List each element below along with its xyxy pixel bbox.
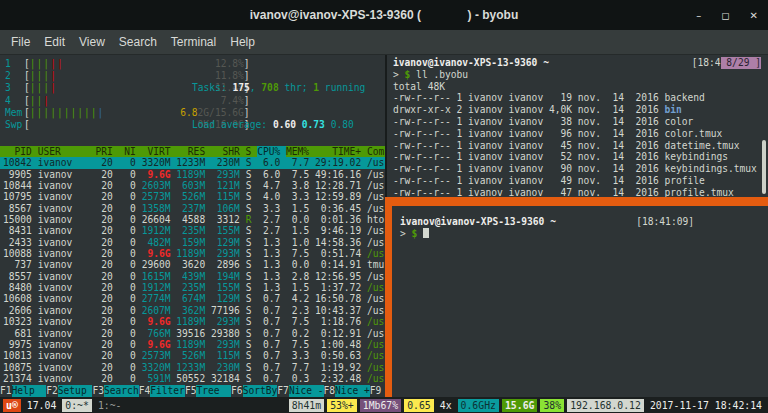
fkey-f1[interactable]: F1 [0,385,12,397]
window-controls: – ◻ ✕ [696,0,758,30]
fkey-label[interactable]: SortBy [243,385,278,397]
process-row[interactable]: 9905 ivanov 20 0 9.6G 1189M 293M S 6.0 7… [0,169,385,180]
total-line: total 48K [393,81,768,93]
htop-pane[interactable]: 1[|||||12.8%]2[||||11.8%]3[||||11.4%]4[|… [0,55,385,397]
file-row: -rw-r--r-- 1 ivanov ivanov 96 nov. 14 20… [393,128,768,140]
load-average-line: Load average: 0.60 0.73 0.80 [192,119,365,131]
process-row[interactable]: 21374 ivanov 20 0 591M 50552 32184 S 0.7… [0,373,385,384]
fkey-label[interactable]: Search [104,385,139,397]
menu-search[interactable]: Search [112,35,164,49]
status-segment: 17.04 [24,399,60,412]
htop-table-header[interactable]: PID USER PRI NI VIRT RES SHR S CPU% MEM%… [0,146,385,157]
htop-function-keys: F1Help F2Setup F3SearchF4FilterF5Tree F6… [0,385,385,397]
sort-column-cpu: CPU% [257,146,286,157]
prompt-host: ivanov@ivanov-XPS-13-9360 ~ [393,57,549,69]
menu-view[interactable]: View [72,35,112,49]
shell-pane-top[interactable]: ivanov@ivanov-XPS-13-9360 ~ [18:4 8/29 ]… [385,55,768,197]
text-cursor [423,228,429,238]
status-segment: 15.6G [502,399,538,412]
process-row[interactable]: 10088 ivanov 20 0 9.6G 1189M 293M S 1.3 … [0,248,385,259]
terminal-area: 1[|||||12.8%]2[||||11.8%]3[||||11.4%]4[|… [0,55,768,397]
process-row[interactable]: 681 ivanov 20 0 766M 39516 29380 S 0.7 0… [0,328,385,339]
fkey-f7[interactable]: F7 [277,385,289,397]
status-segment: 38% [540,399,564,412]
status-segment: 2017-11-17 18:42:14 [647,399,765,412]
prompt-time: [18:41:09] [636,216,694,228]
status-segment: 0.6GHz [458,399,499,412]
file-row: -rw-r--r-- 1 ivanov ivanov 47 nov. 14 20… [393,187,768,197]
process-row[interactable]: 2433 ivanov 20 0 482M 159M 129M S 1.3 1.… [0,237,385,248]
fkey-f5[interactable]: F5 [185,385,197,397]
file-row: -rw-r--r-- 1 ivanov ivanov 38 nov. 14 20… [393,116,768,128]
process-row[interactable]: 737 ivanov 20 0 29600 3620 2896 S 1.3 0.… [0,259,385,270]
fkey-label[interactable]: Help [12,385,47,397]
minimize-icon[interactable]: – [696,10,701,21]
process-row[interactable]: 10875 ivanov 20 0 3320M 1233M 230M S 0.7… [0,362,385,373]
status-right-segments: 8h41m53%+1Mb67%0.654x0.6GHz15.6G38%192.1… [289,399,765,412]
status-segment: 1Mb67% [360,399,401,412]
menu-edit[interactable]: Edit [37,35,72,49]
process-row[interactable]: 9975 ivanov 20 0 9.6G 1189M 293M S 0.7 7… [0,339,385,350]
status-segment: 0:~* [62,399,92,412]
process-row[interactable]: 10813 ivanov 20 0 2573M 526M 115M S 0.7 … [0,350,385,361]
process-row[interactable]: 8480 ivanov 20 0 1912M 235M 155M S 1.3 1… [0,282,385,293]
process-row[interactable]: 8567 ivanov 20 0 1358M 237M 106M S 3.3 1… [0,203,385,214]
prompt-header-bottom: ivanov@ivanov-XPS-13-9360 ~ [18:41:09] [400,216,730,228]
fkey-f4[interactable]: F4 [139,385,151,397]
htop-process-rows: 10842 ivanov 20 0 3320M 1233M 230M S 6.0… [0,157,385,384]
status-segment: u® [3,399,21,412]
menu-file[interactable]: File [4,35,37,49]
command-line: > $ ll .byobu [393,69,768,81]
fkey-f6[interactable]: F6 [231,385,243,397]
fkey-label[interactable]: Nice + [335,385,370,397]
menu-help[interactable]: Help [223,35,262,49]
process-row[interactable]: 8431 ivanov 20 0 1912M 235M 155M S 2.7 1… [0,225,385,236]
pane-indicator-badge: 8/29 ] [721,57,761,69]
fkey-label[interactable]: Filter [150,385,185,397]
file-row: -rw-r--r-- 1 ivanov ivanov 90 nov. 14 20… [393,163,768,175]
file-row: drwxr-xr-x 2 ivanov ivanov 4,0K nov. 14 … [393,104,768,116]
fkey-label[interactable]: Tree [196,385,231,397]
byobu-status-bar: u®17.040:~*1:~- 8h41m53%+1Mb67%0.654x0.6… [0,397,768,413]
close-icon[interactable]: ✕ [750,10,758,21]
terminal-window: ivanov@ivanov-XPS-13-9360 ( ) - byobu – … [0,0,768,413]
status-segment: 4x [437,399,455,412]
file-row: -rw-r--r-- 1 ivanov ivanov 52 nov. 14 20… [393,151,768,163]
fkey-label[interactable]: Setup [58,385,93,397]
shell-prompt[interactable]: > $ [400,228,768,240]
process-row[interactable]: 10323 ivanov 20 0 9.6G 1189M 293M S 0.7 … [0,316,385,327]
process-row[interactable]: 10844 ivanov 20 0 2603M 603M 121M S 4.7 … [0,180,385,191]
prompt-header-top: ivanov@ivanov-XPS-13-9360 ~ [18:4 8/29 ] [393,57,761,69]
titlebar: ivanov@ivanov-XPS-13-9360 ( ) - byobu – … [0,0,768,30]
menu-terminal[interactable]: Terminal [164,35,223,49]
window-title: ivanov@ivanov-XPS-13-9360 ( ) - byobu [250,8,518,22]
tasks-line: Tasks: 175, 708 thr; 1 running [192,82,365,94]
status-left-segments: u®17.040:~*1:~- [3,399,124,412]
status-segment: 1:~- [95,399,125,412]
process-row[interactable]: 10608 ivanov 20 0 2774M 674M 129M S 0.7 … [0,293,385,304]
shell-pane-bottom-active[interactable]: ivanov@ivanov-XPS-13-9360 ~ [18:41:09] >… [385,197,768,397]
file-listing: -rw-r--r-- 1 ivanov ivanov 19 nov. 14 20… [393,92,768,197]
fkey-label[interactable]: Nice - [289,385,324,397]
process-row[interactable]: 15000 ivanov 20 0 26604 4588 3312 R 2.7 … [0,214,385,225]
status-segment: 53%+ [327,399,357,412]
prompt-time-partial: [18:4 [692,57,721,69]
process-row[interactable]: 10842 ivanov 20 0 3320M 1233M 230M S 6.0… [0,157,385,168]
fkey-f3[interactable]: F3 [92,385,104,397]
status-segment: 192.168.0.12 [567,399,644,412]
fkey-f2[interactable]: F2 [46,385,58,397]
scrollbar-thumb[interactable] [762,140,766,194]
menubar: File Edit View Search Terminal Help [0,30,768,55]
maximize-icon[interactable]: ◻ [721,10,729,21]
process-row[interactable]: 2606 ivanov 20 0 2607M 362M 77196 S 0.7 … [0,305,385,316]
prompt-host: ivanov@ivanov-XPS-13-9360 ~ [400,216,556,228]
fkey-f9[interactable]: F9 [370,385,382,397]
file-row: -rw-r--r-- 1 ivanov ivanov 19 nov. 14 20… [393,92,768,104]
file-row: -rw-r--r-- 1 ivanov ivanov 45 nov. 14 20… [393,140,768,152]
status-segment: 0.65 [404,399,434,412]
status-segment: 8h41m [289,399,325,412]
fkey-f8[interactable]: F8 [324,385,336,397]
process-row[interactable]: 10795 ivanov 20 0 2573M 526M 115M S 4.0 … [0,191,385,202]
process-row[interactable]: 8557 ivanov 20 0 1615M 439M 194M S 1.3 2… [0,271,385,282]
file-row: -rw-r--r-- 1 ivanov ivanov 49 nov. 14 20… [393,175,768,187]
